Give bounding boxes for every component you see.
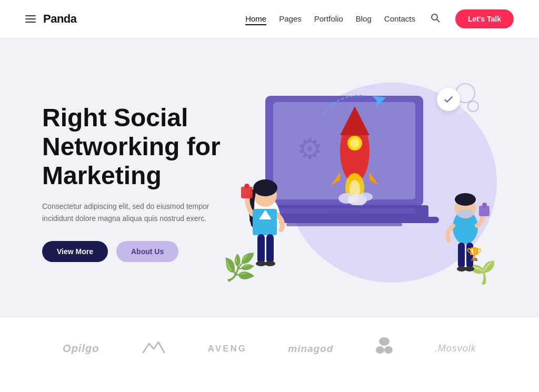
- brand-aveng: AVENG: [208, 344, 247, 354]
- svg-point-50: [384, 346, 393, 354]
- about-us-label: ABOUT US: [0, 380, 539, 392]
- hero-description: Consectetur adipiscing elit, sed do eius…: [42, 200, 211, 224]
- nav-item-contacts[interactable]: Contacts: [384, 14, 415, 24]
- nav-item-blog[interactable]: Blog: [356, 14, 372, 24]
- svg-point-47: [465, 266, 474, 272]
- brands-section: Opilgo AVENG minagod .Mosvolk: [0, 317, 539, 380]
- svg-point-29: [253, 179, 277, 196]
- nav-item-pages[interactable]: Pages: [279, 14, 302, 24]
- brand-mosvolk: .Mosvolk: [435, 343, 476, 354]
- svg-text:⚙: ⚙: [297, 133, 323, 165]
- svg-point-37: [265, 261, 275, 266]
- svg-rect-26: [286, 223, 402, 226]
- svg-rect-43: [482, 203, 487, 207]
- svg-point-40: [455, 193, 476, 206]
- svg-point-48: [379, 337, 390, 346]
- brand-mtn: [141, 339, 167, 358]
- checkmark-badge: [437, 88, 460, 111]
- nav-links: Home Pages Portfolio Blog Contacts: [245, 14, 415, 24]
- svg-rect-44: [458, 243, 465, 268]
- svg-marker-5: [372, 92, 388, 107]
- hero-section: Right Social Networking for Marketing Co…: [0, 38, 539, 317]
- nav-item-home[interactable]: Home: [245, 14, 266, 24]
- character-left: [234, 172, 297, 277]
- svg-rect-42: [479, 206, 490, 216]
- hero-illustration: ⚙ ⚙: [223, 72, 497, 293]
- svg-point-49: [376, 346, 384, 354]
- svg-point-21: [358, 193, 373, 201]
- nav-item-portfolio[interactable]: Portfolio: [314, 14, 343, 24]
- svg-point-4: [456, 108, 464, 115]
- svg-point-0: [432, 14, 437, 20]
- nav-left: Panda: [25, 12, 77, 26]
- hero-buttons: View More About Us: [42, 241, 223, 262]
- hero-text-block: Right Social Networking for Marketing Co…: [42, 103, 223, 262]
- brand-logo: Panda: [43, 12, 77, 26]
- search-icon[interactable]: [430, 13, 441, 26]
- svg-rect-41: [458, 210, 473, 217]
- navbar: Panda Home Pages Portfolio Blog Contacts…: [0, 0, 539, 38]
- character-right: [439, 188, 492, 283]
- hero-title: Right Social Networking for Marketing: [42, 103, 223, 190]
- brand-swirl: [375, 336, 394, 361]
- view-more-button[interactable]: View More: [42, 241, 108, 262]
- svg-point-3: [468, 101, 478, 112]
- nav-right: Home Pages Portfolio Blog Contacts Let's…: [245, 9, 514, 28]
- svg-rect-31: [244, 184, 249, 189]
- brand-opilgo: Opilgo: [63, 343, 99, 355]
- svg-rect-34: [257, 234, 265, 263]
- hamburger-menu[interactable]: [25, 15, 36, 23]
- svg-point-14: [350, 138, 360, 148]
- svg-line-1: [437, 19, 440, 22]
- trophy-icon: 🏆: [466, 247, 482, 262]
- svg-rect-24: [328, 210, 360, 215]
- lets-talk-button[interactable]: Let's Talk: [455, 9, 514, 28]
- svg-rect-35: [266, 234, 274, 263]
- about-us-button[interactable]: About Us: [116, 241, 178, 262]
- brand-minagod: minagod: [288, 343, 333, 355]
- dashed-path: [318, 88, 371, 119]
